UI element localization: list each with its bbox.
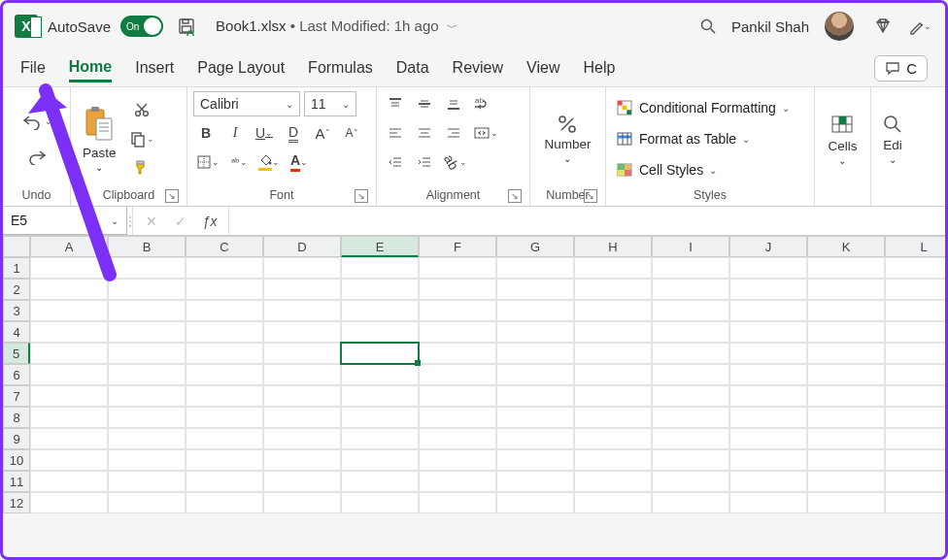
column-header[interactable]: K xyxy=(807,236,885,257)
cell[interactable] xyxy=(108,449,186,471)
cell[interactable] xyxy=(30,343,108,364)
cell[interactable] xyxy=(419,407,496,428)
cell[interactable] xyxy=(496,300,574,321)
cell[interactable] xyxy=(186,471,263,492)
paste-button[interactable]: Paste ⌄ xyxy=(77,94,122,183)
cell[interactable] xyxy=(652,279,729,300)
cell[interactable] xyxy=(263,364,341,385)
cell[interactable] xyxy=(341,279,419,300)
cell[interactable] xyxy=(419,257,496,279)
cell[interactable] xyxy=(263,279,341,300)
cancel-formula-button[interactable]: ✕ xyxy=(139,209,164,234)
tab-page-layout[interactable]: Page Layout xyxy=(197,55,285,81)
increase-indent-button[interactable] xyxy=(412,149,437,175)
cell[interactable] xyxy=(263,300,341,321)
cell[interactable] xyxy=(885,300,948,321)
avatar[interactable] xyxy=(825,12,854,41)
cell[interactable] xyxy=(652,321,729,343)
dialog-launcher-icon[interactable]: ↘ xyxy=(355,189,368,203)
cell[interactable] xyxy=(574,343,652,364)
cell[interactable] xyxy=(574,407,652,428)
cell[interactable] xyxy=(108,428,186,449)
cell[interactable] xyxy=(30,492,108,513)
cell[interactable] xyxy=(496,257,574,279)
row-header[interactable]: 11 xyxy=(3,471,30,492)
cell[interactable] xyxy=(496,364,574,385)
cell[interactable] xyxy=(263,385,341,407)
cell[interactable] xyxy=(807,428,885,449)
cell[interactable] xyxy=(807,449,885,471)
pen-icon[interactable]: ⌄ xyxy=(906,13,933,40)
cell[interactable] xyxy=(419,300,496,321)
shrink-font-button[interactable]: A˅ xyxy=(339,120,364,146)
cell[interactable] xyxy=(652,471,729,492)
column-header[interactable]: F xyxy=(419,236,496,257)
cells-button[interactable]: Cells ⌄ xyxy=(822,94,863,183)
cell[interactable] xyxy=(652,364,729,385)
cell[interactable] xyxy=(186,343,263,364)
cell[interactable] xyxy=(30,279,108,300)
cell[interactable] xyxy=(652,343,729,364)
cell[interactable] xyxy=(574,385,652,407)
row-header[interactable]: 1 xyxy=(3,257,30,279)
cell[interactable] xyxy=(108,407,186,428)
tab-help[interactable]: Help xyxy=(583,55,615,81)
column-header[interactable]: G xyxy=(496,236,574,257)
conditional-formatting-button[interactable]: Conditional Formatting⌄ xyxy=(612,94,808,121)
cell[interactable] xyxy=(807,257,885,279)
cell[interactable] xyxy=(341,428,419,449)
editing-button[interactable]: Edi ⌄ xyxy=(875,94,910,183)
cell[interactable] xyxy=(652,300,729,321)
tab-home[interactable]: Home xyxy=(69,54,112,82)
column-header[interactable]: L xyxy=(885,236,948,257)
cell[interactable] xyxy=(574,279,652,300)
cell[interactable] xyxy=(496,343,574,364)
cell[interactable] xyxy=(30,257,108,279)
double-underline-button[interactable]: D xyxy=(281,120,306,146)
spreadsheet-grid[interactable]: ABCDEFGHIJKL123456789101112 xyxy=(3,236,945,513)
cell[interactable] xyxy=(263,321,341,343)
cell[interactable] xyxy=(263,428,341,449)
dialog-launcher-icon[interactable]: ↘ xyxy=(584,189,597,203)
cell[interactable] xyxy=(652,407,729,428)
cell[interactable] xyxy=(419,321,496,343)
cell[interactable] xyxy=(496,492,574,513)
font-color-button[interactable]: A⌄ xyxy=(287,149,312,175)
align-bottom-button[interactable] xyxy=(441,91,466,116)
cell[interactable] xyxy=(263,449,341,471)
cell[interactable] xyxy=(419,492,496,513)
decrease-indent-button[interactable] xyxy=(383,149,408,175)
cell[interactable] xyxy=(108,385,186,407)
document-title[interactable]: Book1.xlsx • Last Modified: 1h ago ﹀ xyxy=(216,17,457,35)
row-header[interactable]: 9 xyxy=(3,428,30,449)
column-header[interactable]: J xyxy=(729,236,807,257)
cell[interactable] xyxy=(496,428,574,449)
row-header[interactable]: 8 xyxy=(3,407,30,428)
cell[interactable] xyxy=(574,492,652,513)
cell[interactable] xyxy=(729,300,807,321)
copy-button[interactable]: ⌄ xyxy=(126,126,157,151)
cell[interactable] xyxy=(108,321,186,343)
cell[interactable] xyxy=(419,449,496,471)
search-icon[interactable] xyxy=(694,13,722,40)
cell[interactable] xyxy=(807,321,885,343)
column-header[interactable]: B xyxy=(108,236,186,257)
cell[interactable] xyxy=(30,407,108,428)
cell[interactable] xyxy=(729,343,807,364)
grow-font-button[interactable]: A˄ xyxy=(310,120,335,146)
cell[interactable] xyxy=(263,407,341,428)
cell[interactable] xyxy=(729,449,807,471)
fill-color-button[interactable]: ⌄ xyxy=(255,149,283,175)
row-header[interactable]: 4 xyxy=(3,321,30,343)
save-icon[interactable] xyxy=(173,13,200,40)
cell[interactable] xyxy=(807,364,885,385)
cell[interactable] xyxy=(729,279,807,300)
tab-view[interactable]: View xyxy=(526,55,559,81)
cell[interactable] xyxy=(30,300,108,321)
cell[interactable] xyxy=(186,300,263,321)
cell[interactable] xyxy=(496,449,574,471)
cell[interactable] xyxy=(30,385,108,407)
cell[interactable] xyxy=(885,364,948,385)
cell[interactable] xyxy=(496,471,574,492)
cell[interactable] xyxy=(108,364,186,385)
